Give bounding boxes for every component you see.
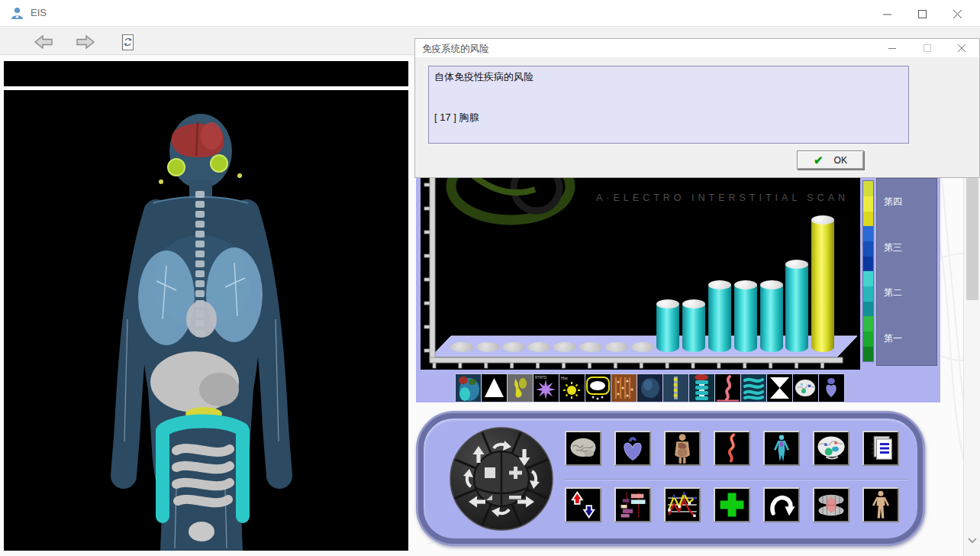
thumb-vessel-icon[interactable] [715,374,740,402]
legend-label: 第一 [884,332,902,345]
bar-top [811,215,834,225]
line-graph-button[interactable] [664,487,701,522]
body-model-button[interactable] [862,487,899,522]
dpad-zoom-minus[interactable] [509,496,521,499]
legend-label: 第四 [884,196,902,208]
legend-colorbar [862,180,874,362]
thumb-brain-icon[interactable] [793,374,818,402]
reading-display-bar [4,61,408,86]
bar-flat [605,342,628,352]
control-panel [416,411,925,546]
heart-view-button[interactable] [614,431,651,466]
thumb-thymus-icon[interactable] [508,374,533,402]
button-rows-divider [565,479,908,480]
bar [708,285,731,352]
medical-cross-button[interactable] [714,487,750,522]
window-title: EIS [31,7,47,18]
ok-button[interactable]: ✔ OK [797,150,864,170]
bar-chart-plot: A·ELECTRO INTERSTITIAL SCAN [421,176,860,370]
scrollbar-thumb[interactable] [966,178,978,300]
window-titlebar: EIS [0,0,980,27]
bar-flat [631,342,654,352]
close-button[interactable] [946,5,969,23]
legend-color-segment [863,226,873,271]
vertical-scrollbar[interactable] [963,178,980,556]
dialog-title: 免疫系统的风险 [422,43,489,56]
bar-flat [476,342,499,352]
back-button[interactable] [32,33,55,51]
dialog-maximize-button[interactable] [917,40,938,56]
bar [785,264,808,352]
sort-updown-button[interactable] [565,487,601,522]
thumb-intestine-icon[interactable] [741,374,766,402]
legend-color-segment [863,316,873,361]
dpad-control[interactable] [448,425,555,532]
torso-view-button[interactable] [664,431,701,466]
app-person-icon [10,6,24,21]
artery-view-button[interactable] [714,431,750,466]
undo-button[interactable] [763,487,800,522]
full-body-view-button[interactable] [763,431,800,466]
svg-text:RTRTD: RTRTD [535,376,547,380]
risk-dialog: 免疫系统的风险 自体免疫性疾病的风险 [ 17 ] 胸腺 ✔ OK [414,38,980,178]
minimize-button[interactable] [875,5,898,23]
refresh-report-button[interactable] [116,33,139,51]
legend-color-segment [863,271,873,316]
dialog-message-item: [ 17 ] 胸腺 [434,111,479,124]
bar [682,304,705,352]
brain-section-view-button[interactable] [813,431,849,466]
thumb-heart-icon[interactable] [819,374,844,402]
thumb-tissue-icon[interactable] [611,374,637,402]
forward-button[interactable] [74,33,97,51]
thumb-sun-icon[interactable]: Hist [559,374,585,402]
ok-button-label: OK [834,155,847,166]
thumb-starburst-icon[interactable]: RTRTD [534,374,559,402]
bar [734,285,757,352]
thumb-vertebrae-icon[interactable] [689,374,714,402]
thumb-triangle-icon[interactable] [482,374,507,402]
bar-graph-button[interactable] [614,487,651,522]
check-icon: ✔ [814,154,824,167]
svg-text:Hist: Hist [561,376,568,380]
dialog-minimize-button[interactable] [882,40,903,56]
dialog-titlebar: 免疫系统的风险 [415,39,979,57]
thumb-spine-icon[interactable] [663,374,688,402]
brain-view-button[interactable] [565,431,601,466]
scroll-down-arrow[interactable] [967,535,978,546]
bar-top [760,280,783,289]
thumb-ellipse-icon[interactable] [585,374,611,402]
legend-label: 第二 [884,286,902,299]
thumb-organ-dim-icon[interactable] [637,374,662,402]
dialog-message-box[interactable]: 自体免疫性疾病的风险 [ 17 ] 胸腺 [428,66,909,144]
dialog-close-button[interactable] [951,40,972,56]
bar-flat [553,342,576,352]
report-button[interactable] [862,431,899,466]
bar-top [682,299,705,309]
bar [656,304,679,352]
thumb-head-organs-icon[interactable] [456,374,481,402]
body-3d-view[interactable] [4,90,408,551]
thumbnail-strip: RTRTDHist [455,373,845,402]
dpad-stop-square[interactable] [485,467,495,478]
legend-color-segment [863,181,873,226]
teeth-view-button[interactable] [813,487,849,522]
bar-flat [502,342,525,352]
legend-label: 第三 [884,241,902,254]
bar [811,220,834,352]
legend-panel: 第四第三第二第一 [876,178,937,366]
thumb-hourglass-icon[interactable] [767,374,792,402]
bar [760,285,783,352]
dialog-message-title: 自体免疫性疾病的风险 [434,70,534,84]
chart-panel: A·ELECTRO INTERSTITIAL SCAN 第四第三第二第一 RTR… [416,174,940,402]
bar-flat [450,342,473,352]
bar-flat [579,342,602,352]
chart-watermark: A·ELECTRO INTERSTITIAL SCAN [596,192,849,203]
maximize-button[interactable] [911,5,933,23]
